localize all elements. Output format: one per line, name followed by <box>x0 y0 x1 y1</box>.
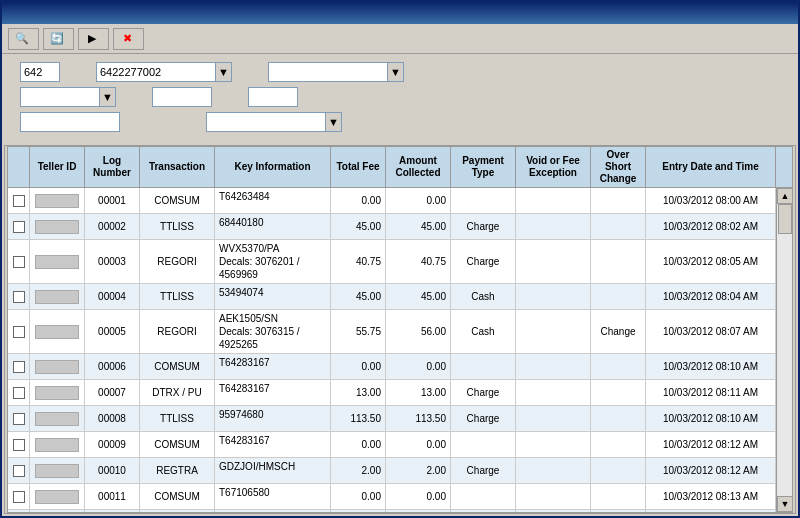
row-entry-date: 10/03/2012 08:07 AM <box>646 310 776 353</box>
customer-number-input[interactable] <box>20 112 120 132</box>
row-total-fee: 113.50 <box>331 406 386 431</box>
row-entry-date: 10/03/2012 08:04 AM <box>646 284 776 309</box>
row-checkbox-cell[interactable] <box>8 406 30 431</box>
row-payment-type: Charge <box>451 380 516 405</box>
row-checkbox-cell[interactable] <box>8 310 30 353</box>
inquire-icon: 🔍 <box>15 32 29 46</box>
table-header: Teller ID Log Number Transaction Key Inf… <box>8 147 792 188</box>
col-void-fee: Void or Fee Exception <box>516 147 591 187</box>
row-entry-date: 10/03/2012 08:10 AM <box>646 406 776 431</box>
process-button[interactable]: ▶ <box>78 28 109 50</box>
table-body[interactable]: 00001COMSUMT642634840.000.0010/03/2012 0… <box>8 188 776 512</box>
row-checkbox-cell[interactable] <box>8 188 30 213</box>
row-checkbox-cell[interactable] <box>8 458 30 483</box>
row-checkbox-cell[interactable] <box>8 240 30 283</box>
row-amount-collected: 0.00 <box>386 484 451 509</box>
row-key-info: AEK1505/SN Decals: 3076315 / 4925265 <box>215 310 331 353</box>
scroll-thumb[interactable] <box>778 204 792 234</box>
table-row[interactable]: 00004TTLISS5349407445.0045.00Cash10/03/2… <box>8 284 776 310</box>
destination-settlement-field: ▼ <box>268 62 404 82</box>
row-checkbox[interactable] <box>13 221 25 233</box>
row-amount-collected: 13.00 <box>386 380 451 405</box>
teller-id-dropdown[interactable]: ▼ <box>100 87 116 107</box>
row-teller-id <box>30 354 85 379</box>
row-void-fee <box>516 458 591 483</box>
scroll-up-button[interactable]: ▲ <box>777 188 792 204</box>
row-void-fee <box>516 188 591 213</box>
row-checkbox[interactable] <box>13 465 25 477</box>
row-checkbox-cell[interactable] <box>8 432 30 457</box>
row-teller-id <box>30 432 85 457</box>
table-area: Teller ID Log Number Transaction Key Inf… <box>7 146 793 513</box>
row-amount-collected: 45.00 <box>386 214 451 239</box>
row-amount-collected: 45.00 <box>386 284 451 309</box>
row-checkbox-cell[interactable] <box>8 214 30 239</box>
class-input[interactable] <box>206 112 326 132</box>
destination-settlement-input[interactable] <box>268 62 388 82</box>
row-total-fee: 0.00 <box>331 432 386 457</box>
row-key-info: 68440180 <box>215 214 331 239</box>
location-input[interactable] <box>20 62 60 82</box>
main-window: 🔍 🔄 ▶ ✖ ▼ ▼ <box>0 0 800 518</box>
table-row[interactable]: 00006COMSUMT642831670.000.0010/03/2012 0… <box>8 354 776 380</box>
row-payment-type: Charge <box>451 214 516 239</box>
ending-log-input[interactable] <box>248 87 298 107</box>
row-transaction: TTLISS <box>140 284 215 309</box>
row-checkbox-cell[interactable] <box>8 380 30 405</box>
row-checkbox[interactable] <box>13 413 25 425</box>
row-checkbox[interactable] <box>13 439 25 451</box>
inquire-button[interactable]: 🔍 <box>8 28 39 50</box>
table-row[interactable]: 00001COMSUMT642634840.000.0010/03/2012 0… <box>8 188 776 214</box>
refresh-button[interactable]: 🔄 <box>43 28 74 50</box>
row-key-info: T64232436 DUCAT/KAMALA <box>215 510 331 512</box>
row-log-number: 00009 <box>85 432 140 457</box>
table-row[interactable]: 00011COMSUMT671065800.000.0010/03/2012 0… <box>8 484 776 510</box>
row-transaction: COMSUM <box>140 354 215 379</box>
row-total-fee: 45.00 <box>331 284 386 309</box>
settlement-number-input[interactable] <box>96 62 216 82</box>
row-checkbox[interactable] <box>13 326 25 338</box>
settlement-number-dropdown[interactable]: ▼ <box>216 62 232 82</box>
row-checkbox[interactable] <box>13 387 25 399</box>
row-checkbox-cell[interactable] <box>8 284 30 309</box>
table-row[interactable]: 00005REGORIAEK1505/SN Decals: 3076315 / … <box>8 310 776 354</box>
row-checkbox[interactable] <box>13 491 25 503</box>
row-over-short <box>591 432 646 457</box>
table-row[interactable]: 00008TTLISS95974680113.50113.50Charge10/… <box>8 406 776 432</box>
teller-id-input[interactable] <box>20 87 100 107</box>
row-payment-type <box>451 188 516 213</box>
col-transaction: Transaction <box>140 147 215 187</box>
col-entry-date: Entry Date and Time <box>646 147 776 187</box>
row-checkbox[interactable] <box>13 256 25 268</box>
destination-settlement-dropdown[interactable]: ▼ <box>388 62 404 82</box>
row-log-number: 00004 <box>85 284 140 309</box>
row-entry-date: 10/03/2012 08:00 AM <box>646 188 776 213</box>
row-teller-id <box>30 310 85 353</box>
scroll-down-button[interactable]: ▼ <box>777 496 792 512</box>
class-dropdown[interactable]: ▼ <box>326 112 342 132</box>
row-checkbox-cell[interactable] <box>8 510 30 512</box>
row-checkbox[interactable] <box>13 361 25 373</box>
table-row[interactable]: 00010REGTRAGDZJOI/HMSCH2.002.00Charge10/… <box>8 458 776 484</box>
row-checkbox[interactable] <box>13 195 25 207</box>
table-row[interactable]: 00013DCISSOT64232436 DUCAT/KAMALA32.0040… <box>8 510 776 512</box>
table-row[interactable]: 00007DTRX / PUT6428316713.0013.00Charge1… <box>8 380 776 406</box>
row-checkbox-cell[interactable] <box>8 484 30 509</box>
row-over-short <box>591 406 646 431</box>
row-checkbox[interactable] <box>13 291 25 303</box>
scrollbar[interactable]: ▲ ▼ <box>776 188 792 512</box>
table-row[interactable]: 00003REGORIWVX5370/PA Decals: 3076201 / … <box>8 240 776 284</box>
table-row[interactable]: 00009COMSUMT642831670.000.0010/03/2012 0… <box>8 432 776 458</box>
row-teller-id <box>30 214 85 239</box>
table-body-container: 00001COMSUMT642634840.000.0010/03/2012 0… <box>8 188 792 512</box>
table-row[interactable]: 00002TTLISS6844018045.0045.00Charge10/03… <box>8 214 776 240</box>
close-button[interactable]: ✖ <box>113 28 144 50</box>
row-key-info: 95974680 <box>215 406 331 431</box>
row-checkbox-cell[interactable] <box>8 354 30 379</box>
row-log-number: 00007 <box>85 380 140 405</box>
row-total-fee: 0.00 <box>331 188 386 213</box>
starting-log-input[interactable] <box>152 87 212 107</box>
row-transaction: DTRX / PU <box>140 380 215 405</box>
row-amount-collected: 40.00 <box>386 510 451 512</box>
teller-id-field: ▼ <box>20 87 116 107</box>
